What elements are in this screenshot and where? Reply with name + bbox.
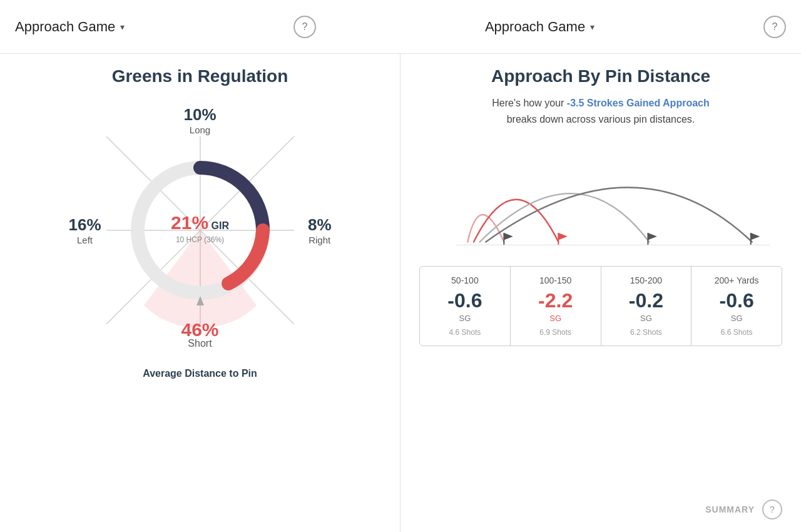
sg-unit-2: SG bbox=[608, 314, 685, 323]
sg-col-100-150: 100-150 -2.2 SG 6.9 Shots bbox=[511, 267, 601, 345]
sg-col-150-200: 150-200 -0.2 SG 6.2 Shots bbox=[601, 267, 692, 345]
sg-col-50-100: 50-100 -0.6 SG 4.6 Shots bbox=[420, 267, 511, 345]
sg-range-1: 100-150 bbox=[517, 275, 594, 285]
right-panel: Approach By Pin Distance Here's how your… bbox=[400, 54, 801, 532]
subtitle-end: breaks down across various pin distances… bbox=[507, 114, 695, 125]
sg-unit-1: SG bbox=[517, 314, 594, 323]
top-label: Long bbox=[190, 125, 210, 135]
hcp-label: 10 HCP (36%) bbox=[176, 235, 224, 244]
subtitle-highlight: -3.5 Strokes Gained Approach bbox=[567, 98, 710, 108]
header: Approach Game ▾ ? Approach Game ▾ ? bbox=[0, 0, 801, 54]
arc-chart-svg bbox=[419, 137, 782, 256]
gir-title: Greens in Regulation bbox=[112, 66, 288, 86]
gir-label: GIR bbox=[212, 220, 229, 231]
right-header-title: Approach Game bbox=[485, 19, 585, 35]
left-label: Left bbox=[77, 235, 93, 245]
dir-right: 8% Right bbox=[308, 215, 332, 246]
sg-value-3: -0.6 bbox=[698, 289, 775, 312]
left-help-icon: ? bbox=[302, 21, 308, 33]
svg-marker-8 bbox=[504, 233, 513, 240]
avg-dist-label: Average Distance to Pin bbox=[143, 368, 257, 379]
sg-shots-2: 6.2 Shots bbox=[608, 328, 685, 337]
approach-title: Approach By Pin Distance bbox=[419, 66, 782, 86]
sg-col-200plus: 200+ Yards -0.6 SG 6.6 Shots bbox=[691, 267, 782, 345]
left-help-button[interactable]: ? bbox=[293, 16, 316, 38]
summary-help-button[interactable]: ? bbox=[762, 499, 782, 519]
dir-top: 10% Long bbox=[183, 105, 216, 136]
sg-value-0: -0.6 bbox=[426, 289, 504, 312]
header-right: Approach Game ▾ bbox=[485, 19, 594, 35]
right-pct: 8% bbox=[308, 215, 332, 235]
subtitle-text: Here's how your bbox=[492, 98, 564, 108]
sg-value-1: -2.2 bbox=[517, 289, 594, 312]
sg-range-3: 200+ Yards bbox=[698, 275, 775, 285]
svg-marker-12 bbox=[648, 233, 657, 240]
summary-row: SUMMARY ? bbox=[419, 493, 782, 519]
short-pct: 46% bbox=[181, 319, 218, 340]
left-pct: 16% bbox=[69, 215, 101, 235]
sg-shots-0: 4.6 Shots bbox=[426, 328, 504, 337]
short-arc: 46% Short bbox=[181, 319, 218, 349]
svg-marker-10 bbox=[558, 233, 568, 240]
svg-point-5 bbox=[258, 225, 268, 235]
summary-help-icon: ? bbox=[770, 504, 775, 514]
dir-left: 16% Left bbox=[69, 215, 101, 246]
left-header-title: Approach Game bbox=[15, 19, 115, 35]
sg-shots-1: 6.9 Shots bbox=[517, 328, 594, 337]
right-help-icon: ? bbox=[772, 21, 778, 33]
gir-diagram: 10% Long 16% Left 8% Right 21% GIR 10 HC… bbox=[69, 99, 332, 362]
main-content: Greens in Regulation bbox=[0, 54, 801, 532]
right-help-button[interactable]: ? bbox=[763, 16, 786, 38]
sg-range-0: 50-100 bbox=[426, 275, 504, 285]
sg-unit-3: SG bbox=[698, 314, 775, 323]
header-left: Approach Game ▾ bbox=[15, 19, 125, 35]
top-pct: 10% bbox=[183, 105, 216, 125]
gir-center-text: 21% GIR 10 HCP (36%) bbox=[171, 212, 229, 245]
right-label: Right bbox=[309, 235, 330, 245]
svg-marker-14 bbox=[751, 233, 760, 240]
sg-shots-3: 6.6 Shots bbox=[698, 328, 775, 337]
left-chevron-icon: ▾ bbox=[120, 22, 125, 32]
sg-range-2: 150-200 bbox=[608, 275, 685, 285]
sg-value-2: -0.2 bbox=[608, 289, 685, 312]
sg-table: 50-100 -0.6 SG 4.6 Shots 100-150 -2.2 SG… bbox=[419, 266, 782, 346]
left-panel: Greens in Regulation bbox=[0, 54, 400, 532]
summary-label: SUMMARY bbox=[705, 504, 755, 514]
arc-chart bbox=[419, 137, 782, 256]
right-subtitle: Here's how your -3.5 Strokes Gained Appr… bbox=[419, 95, 782, 127]
gir-percentage: 21% bbox=[171, 212, 208, 233]
right-chevron-icon: ▾ bbox=[590, 22, 594, 32]
sg-unit-0: SG bbox=[426, 314, 504, 323]
